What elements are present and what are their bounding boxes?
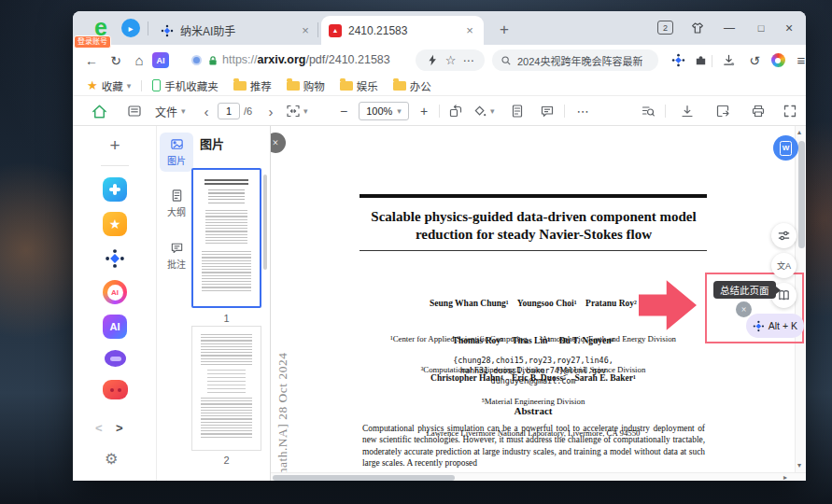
ai-shortcut-pill[interactable]: Alt + K [746, 314, 804, 338]
add-app-button[interactable]: + [105, 135, 125, 156]
next-page-button[interactable]: › [263, 102, 278, 120]
nano-ai-toolbar-icon[interactable] [669, 51, 687, 69]
panel-tab-annotations[interactable]: 批注 [160, 236, 193, 275]
bookmark-star-icon[interactable]: ☆ [445, 53, 457, 67]
fit-mode-button[interactable]: ▾ [286, 102, 308, 120]
print-icon[interactable] [749, 102, 768, 120]
fullscreen-icon[interactable] [781, 102, 799, 120]
app-nano-ai-icon[interactable] [103, 246, 127, 271]
reload-button[interactable]: ↻ [106, 51, 125, 69]
bookmark-label: 手机收藏夹 [164, 78, 219, 93]
page-thumbnail-2[interactable] [191, 326, 261, 451]
more-page-actions-icon[interactable]: ⋯ [462, 54, 473, 67]
app-ai-search-icon[interactable]: AI [103, 280, 127, 304]
ssl-lock-icon[interactable] [207, 55, 219, 66]
browser-wheel-icon[interactable] [769, 51, 787, 69]
app-game-controller-icon[interactable] [103, 380, 128, 399]
app-robot-assistant-icon[interactable] [105, 350, 126, 367]
bookmark-folder-office[interactable]: 办公 [388, 78, 436, 93]
thumbnail-content [204, 179, 248, 185]
rotate-page-icon[interactable] [446, 102, 465, 120]
chevron-down-icon: ▾ [490, 106, 495, 116]
settings-gear-icon[interactable]: ⚙ [105, 450, 118, 468]
ai-assistant-button[interactable]: AI [152, 52, 169, 68]
message-send-icon[interactable]: ▸ [121, 19, 140, 37]
zoom-level-select[interactable]: 100% ▾ [359, 102, 409, 120]
window-count-badge[interactable]: 2 [657, 21, 673, 35]
bookmark-folder-shopping[interactable]: 购物 [282, 78, 330, 93]
app-favorites-star-icon[interactable]: ★ [103, 212, 127, 236]
thumbnail-content [201, 334, 252, 366]
close-window-button[interactable]: × [780, 19, 798, 37]
navigation-bar: ← ↻ ⌂ AI https://arxiv.org/pdf/2410.2158… [73, 45, 806, 76]
panel-tab-outline[interactable]: 大纲 [160, 184, 193, 223]
back-button[interactable]: ← [82, 51, 101, 69]
app-game-center-icon[interactable] [103, 177, 127, 202]
convert-to-word-button[interactable]: W [773, 135, 798, 161]
bookmark-label: 娱乐 [357, 78, 378, 93]
search-box[interactable]: 2024央视跨年晚会阵容最新 [492, 49, 658, 71]
sidebar-toggle-icon[interactable] [125, 102, 144, 120]
address-url[interactable]: https://arxiv.org/pdf/2410.21583 [222, 53, 390, 66]
paper-emails: {chung28,choi15,roy23,roy27,lin46, hahn3… [360, 356, 707, 385]
dismiss-assistant-button[interactable]: × [736, 301, 752, 317]
scrollbar-thumb[interactable] [798, 141, 805, 248]
scroll-right-arrow[interactable]: ▸ [783, 474, 787, 481]
home-button[interactable]: ⌂ [130, 51, 148, 69]
search-icon [501, 55, 512, 66]
reader-home-button[interactable] [89, 102, 109, 120]
tab-close-icon[interactable]: × [299, 23, 312, 37]
save-as-icon[interactable] [713, 102, 732, 120]
translate-button[interactable]: 文A [771, 253, 797, 278]
highlight-fill-button[interactable]: ▾ [472, 102, 495, 120]
site-info-icon[interactable] [191, 55, 202, 65]
app-ai-writer-icon[interactable]: AI [103, 315, 127, 339]
minimize-button[interactable]: — [720, 19, 739, 37]
panel-scrollbar[interactable] [263, 175, 267, 270]
download-pdf-icon[interactable] [678, 102, 697, 120]
menu-icon[interactable]: ≡ [792, 51, 811, 69]
file-menu[interactable]: 文件 ▾ [155, 102, 186, 120]
bookmark-folder-entertainment[interactable]: 娱乐 [335, 78, 383, 93]
collapse-left-icon[interactable]: < [95, 421, 103, 435]
tab-pdf-2410-21583[interactable]: ▲ 2410.21583 × [321, 16, 484, 45]
chevron-down-icon: ▾ [303, 106, 308, 116]
thumbnail-page-number: 2 [191, 455, 261, 466]
folder-icon [393, 81, 406, 91]
page-number-input[interactable]: 1 [218, 103, 240, 119]
comment-icon[interactable] [538, 102, 557, 120]
maximize-button[interactable]: □ [752, 19, 770, 37]
desktop-background: e 登录账号 ▸ 纳米AI助手 × ▲ 2410.21583 × + 2 — □… [0, 0, 832, 504]
scrollbar-thumb[interactable] [273, 475, 455, 481]
text-note-icon[interactable] [508, 102, 527, 120]
bookmark-folder-recommend[interactable]: 推荐 [229, 78, 276, 93]
quick-action-bolt-icon[interactable] [427, 54, 439, 66]
theme-skin-icon[interactable] [688, 19, 707, 37]
zoom-in-button[interactable]: + [416, 102, 431, 120]
expand-right-icon[interactable]: > [116, 421, 123, 435]
login-account-badge[interactable]: 登录账号 [74, 35, 111, 49]
star-icon: ★ [87, 78, 98, 92]
tab-nano-ai[interactable]: 纳米AI助手 × [153, 16, 319, 45]
bookmark-label: 推荐 [250, 78, 272, 93]
adjust-settings-button[interactable] [771, 223, 797, 248]
downloads-icon[interactable] [719, 51, 738, 69]
search-in-document-icon[interactable] [639, 102, 657, 120]
pdf-toolbar: 文件 ▾ ‹ 1 /6 › ▾ − 100% ▾ + ▾ ⋯ [73, 96, 806, 126]
new-tab-button[interactable]: + [493, 19, 515, 41]
bookmark-phone-favorites[interactable]: 手机收藏夹 [148, 78, 223, 93]
scroll-down-arrow[interactable]: ▾ [797, 462, 801, 469]
page-thumbnail-1[interactable] [191, 168, 261, 308]
zoom-out-button[interactable]: − [336, 102, 351, 120]
restore-history-icon[interactable]: ↺ [745, 51, 764, 69]
previous-page-button[interactable]: ‹ [199, 102, 214, 120]
panel-tab-images[interactable]: 图片 [160, 133, 193, 172]
more-tools-button[interactable]: ⋯ [573, 102, 592, 120]
favorites-menu[interactable]: ★ 收藏 ▾ [82, 78, 135, 93]
tab-close-icon[interactable]: × [463, 23, 476, 37]
horizontal-scrollbar[interactable]: ▸ [271, 472, 806, 481]
close-panel-button[interactable]: × [271, 133, 286, 153]
folder-icon [340, 81, 353, 91]
scroll-up-arrow[interactable]: ▴ [797, 129, 801, 136]
extensions-puzzle-icon[interactable] [691, 51, 710, 69]
